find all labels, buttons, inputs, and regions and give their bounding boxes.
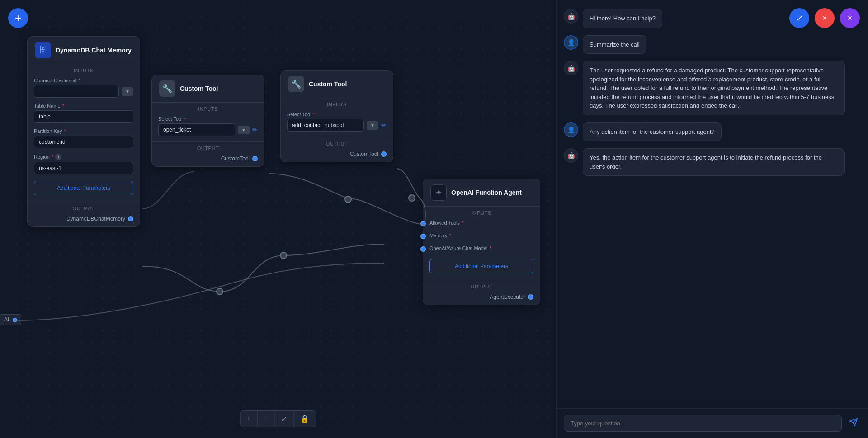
custom-tool-2-title: Custom Tool [309, 80, 347, 88]
chat-bubble-2: Summarize the call [583, 35, 646, 54]
connection-node-4 [408, 194, 415, 202]
connect-credential-select[interactable] [34, 85, 119, 98]
openai-additional-params-button[interactable]: Additional Parameters [429, 259, 533, 273]
chat-message-4: 👤 Any action item for the customer suppo… [564, 122, 861, 141]
connect-credential-field: Connect Credential * ▼ [28, 75, 140, 100]
dynamo-title: DynamoDB Chat Memory [56, 47, 132, 54]
chat-bubble-5: Yes, the action item for the customer su… [583, 148, 845, 176]
custom-tool-2-icon: 🔧 [288, 76, 304, 92]
dynamo-output-connector[interactable] [128, 216, 133, 221]
custom-tool-1-title: Custom Tool [180, 85, 218, 92]
expand-button[interactable]: ⤢ [789, 8, 809, 28]
user-avatar-2: 👤 [564, 35, 578, 50]
zoom-out-button[interactable]: − [258, 411, 275, 427]
chat-bubble-4: Any action item for the customer support… [583, 122, 722, 141]
region-input[interactable] [34, 162, 133, 174]
custom-tool-2-output-connector[interactable] [381, 151, 387, 157]
canvas-toolbar: + − ⤢ 🔒 [240, 410, 316, 427]
custom-tool-1-inputs-label: Inputs [152, 103, 264, 113]
dynamo-output-row: DynamoDBChatMemory [28, 213, 140, 226]
custom-tool-1-output-label: Output [152, 141, 264, 153]
chat-message-3: 🤖 The user requested a refund for a dama… [564, 61, 861, 115]
custom-tool-2-output-row: CustomTool [281, 148, 393, 162]
region-field: Region * i [28, 151, 140, 177]
chat-panel: 🤖 Hi there! How can I help? 👤 Summarize … [556, 0, 868, 438]
region-info-icon: i [55, 154, 61, 160]
openai-model-left-connector[interactable] [420, 246, 426, 252]
table-name-input[interactable] [34, 110, 133, 123]
openai-agent-node: ✦ OpenAI Function Agent Inputs Allowed T… [423, 179, 540, 305]
openai-icon: ✦ [430, 184, 447, 201]
chat-input[interactable] [564, 415, 842, 432]
custom-tool-1-output-row: CustomTool [152, 153, 264, 166]
send-icon [849, 418, 858, 427]
chat-bubble-1: Hi there! How can I help? [583, 9, 662, 28]
select-tool-1-edit[interactable]: ✏ [252, 126, 258, 133]
dynamo-additional-params-button[interactable]: Additional Parameters [34, 181, 133, 195]
custom-tool-1-output-connector[interactable] [252, 156, 258, 161]
fit-button[interactable]: ⤢ [275, 411, 294, 427]
select-tool-2-select[interactable]: add_contact_hubspot [287, 119, 364, 132]
custom-tool-2-output-label: Output [281, 137, 393, 148]
chat-bubble-3: The user requested a refund for a damage… [583, 61, 845, 115]
chat-message-2: 👤 Summarize the call [564, 35, 861, 54]
dynamo-header: 🗄 DynamoDB Chat Memory [28, 37, 140, 64]
dynamo-inputs-label: Inputs [28, 64, 140, 75]
table-name-field: Table Name * [28, 100, 140, 126]
chat-message-5: 🤖 Yes, the action item for the customer … [564, 148, 861, 176]
openai-output-connector[interactable] [528, 294, 533, 300]
select-tool-2-field: Select Tool * add_contact_hubspot ▼ ✏ [281, 109, 393, 134]
connection-node-2 [280, 252, 287, 259]
partition-key-input[interactable] [34, 136, 133, 148]
chat-input-area [557, 408, 868, 438]
partition-key-field: Partition Key * [28, 126, 140, 151]
zoom-in-button[interactable]: + [241, 411, 258, 427]
user-avatar-4: 👤 [564, 122, 578, 137]
openai-model-field: OpenAI/Azure Chat Model * [423, 243, 540, 255]
close-purple-button[interactable]: × [840, 8, 860, 28]
select-tool-2-arrow[interactable]: ▼ [367, 121, 378, 130]
select-tool-2-edit[interactable]: ✏ [381, 122, 387, 129]
memory-left-connector[interactable] [420, 234, 426, 239]
openai-title: OpenAI Function Agent [451, 189, 522, 196]
openai-header: ✦ OpenAI Function Agent [423, 179, 540, 207]
chat-send-button[interactable] [846, 415, 861, 432]
dynamo-icon: 🗄 [35, 42, 51, 58]
custom-tool-2-inputs-label: Inputs [281, 98, 393, 109]
canvas[interactable]: + 🗄 DynamoDB Chat Memory Inputs Connect … [0, 0, 556, 438]
openai-output-label: Output [423, 280, 540, 291]
allowed-tools-field: Allowed Tools * [423, 217, 540, 230]
custom-tool-2-header: 🔧 Custom Tool [281, 71, 393, 98]
dynamodb-node: 🗄 DynamoDB Chat Memory Inputs Connect Cr… [27, 36, 140, 227]
select-tool-1-field: Select Tool * open_ticket ▼ ✏ [152, 113, 264, 139]
openai-inputs-label: Inputs [423, 207, 540, 217]
bot-avatar-1: 🤖 [564, 9, 578, 24]
close-red-button[interactable]: × [815, 8, 835, 28]
lock-button[interactable]: 🔒 [294, 411, 316, 427]
memory-field: Memory * [423, 230, 540, 243]
left-ai-label: AI [0, 314, 21, 325]
allowed-tools-left-connector[interactable] [420, 221, 426, 226]
bot-avatar-5: 🤖 [564, 148, 578, 163]
left-ai-connector[interactable] [13, 318, 17, 322]
chat-messages: 🤖 Hi there! How can I help? 👤 Summarize … [557, 0, 868, 408]
add-node-button[interactable]: + [8, 8, 28, 28]
select-tool-1-arrow[interactable]: ▼ [238, 126, 250, 134]
connection-node-1 [216, 288, 223, 295]
select-tool-1-select[interactable]: open_ticket [158, 123, 235, 136]
custom-tool-1-header: 🔧 Custom Tool [152, 75, 264, 103]
custom-tool-1-icon: 🔧 [159, 80, 175, 97]
openai-output-row: AgentExecutor [423, 291, 540, 305]
connection-node-3 [344, 196, 352, 203]
connect-credential-arrow[interactable]: ▼ [122, 87, 133, 96]
custom-tool-1-node: 🔧 Custom Tool Inputs Select Tool * open_… [151, 75, 264, 167]
top-buttons: ⤢ × × [789, 8, 860, 28]
dynamo-output-label: Output [28, 202, 140, 213]
custom-tool-2-node: 🔧 Custom Tool Inputs Select Tool * add_c… [280, 70, 393, 162]
bot-avatar-3: 🤖 [564, 61, 578, 75]
